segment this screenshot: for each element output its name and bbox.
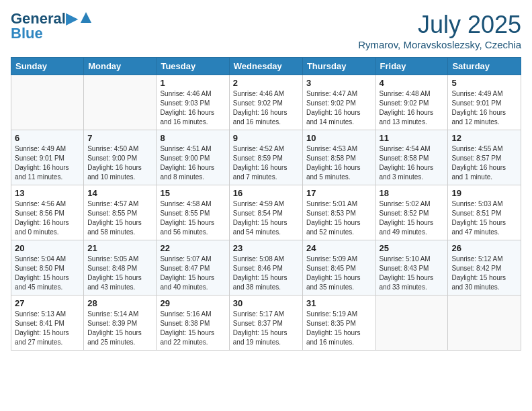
cell-content: Sunrise: 5:10 AM Sunset: 8:43 PM Dayligh… <box>380 255 445 292</box>
calendar-cell: 5Sunrise: 4:49 AM Sunset: 9:01 PM Daylig… <box>448 75 521 130</box>
day-number: 12 <box>451 133 517 143</box>
calendar-cell: 14Sunrise: 4:57 AM Sunset: 8:55 PM Dayli… <box>84 185 157 240</box>
day-number: 23 <box>233 243 299 253</box>
calendar-body: 1Sunrise: 4:46 AM Sunset: 9:03 PM Daylig… <box>11 75 521 351</box>
day-number: 4 <box>380 78 445 88</box>
calendar-cell: 30Sunrise: 5:17 AM Sunset: 8:37 PM Dayli… <box>229 295 302 351</box>
cell-content: Sunrise: 5:12 AM Sunset: 8:42 PM Dayligh… <box>451 255 517 292</box>
logo: General▶ Blue <box>11 11 93 42</box>
weekday-tuesday: Tuesday <box>157 58 229 75</box>
calendar-cell: 25Sunrise: 5:10 AM Sunset: 8:43 PM Dayli… <box>375 240 448 295</box>
calendar-cell: 13Sunrise: 4:56 AM Sunset: 8:56 PM Dayli… <box>11 185 84 240</box>
logo-subtext: Blue <box>11 26 93 42</box>
day-number: 29 <box>160 298 225 308</box>
day-number: 1 <box>160 78 225 88</box>
day-number: 10 <box>306 133 372 143</box>
calendar-cell: 11Sunrise: 4:54 AM Sunset: 8:58 PM Dayli… <box>375 130 448 185</box>
calendar-cell: 21Sunrise: 5:05 AM Sunset: 8:48 PM Dayli… <box>84 240 157 295</box>
cell-content: Sunrise: 4:58 AM Sunset: 8:55 PM Dayligh… <box>160 199 225 237</box>
cell-content: Sunrise: 4:46 AM Sunset: 9:03 PM Dayligh… <box>160 89 225 127</box>
day-number: 17 <box>306 188 372 198</box>
calendar-cell: 28Sunrise: 5:14 AM Sunset: 8:39 PM Dayli… <box>84 295 157 351</box>
location-title: Rymarov, Moravskoslezsky, Czechia <box>358 39 521 50</box>
svg-marker-0 <box>81 12 91 23</box>
cell-content: Sunrise: 4:50 AM Sunset: 9:00 PM Dayligh… <box>87 144 152 182</box>
weekday-wednesday: Wednesday <box>229 58 302 75</box>
cell-content: Sunrise: 5:03 AM Sunset: 8:51 PM Dayligh… <box>451 199 517 237</box>
weekday-friday: Friday <box>375 58 448 75</box>
calendar-cell: 9Sunrise: 4:52 AM Sunset: 8:59 PM Daylig… <box>229 130 302 185</box>
calendar-week-2: 6Sunrise: 4:49 AM Sunset: 9:01 PM Daylig… <box>11 130 521 185</box>
cell-content: Sunrise: 4:46 AM Sunset: 9:02 PM Dayligh… <box>233 89 299 127</box>
cell-content: Sunrise: 5:07 AM Sunset: 8:47 PM Dayligh… <box>160 255 225 292</box>
day-number: 2 <box>233 78 299 88</box>
cell-content: Sunrise: 4:47 AM Sunset: 9:02 PM Dayligh… <box>306 89 372 127</box>
month-title: July 2025 <box>358 11 521 39</box>
day-number: 11 <box>380 133 445 143</box>
day-number: 25 <box>380 243 445 253</box>
weekday-header-row: SundayMondayTuesdayWednesdayThursdayFrid… <box>11 58 521 75</box>
day-number: 13 <box>15 188 80 198</box>
cell-content: Sunrise: 4:48 AM Sunset: 9:02 PM Dayligh… <box>380 89 445 127</box>
calendar-cell: 4Sunrise: 4:48 AM Sunset: 9:02 PM Daylig… <box>375 75 448 130</box>
day-number: 14 <box>87 188 152 198</box>
weekday-thursday: Thursday <box>302 58 375 75</box>
cell-content: Sunrise: 4:53 AM Sunset: 8:58 PM Dayligh… <box>306 144 372 182</box>
cell-content: Sunrise: 5:13 AM Sunset: 8:41 PM Dayligh… <box>15 310 80 347</box>
cell-content: Sunrise: 4:49 AM Sunset: 9:01 PM Dayligh… <box>451 89 517 127</box>
cell-content: Sunrise: 5:14 AM Sunset: 8:39 PM Dayligh… <box>87 310 152 347</box>
calendar-cell: 16Sunrise: 4:59 AM Sunset: 8:54 PM Dayli… <box>229 185 302 240</box>
day-number: 26 <box>451 243 517 253</box>
logo-icon <box>79 10 93 25</box>
calendar-cell: 7Sunrise: 4:50 AM Sunset: 9:00 PM Daylig… <box>84 130 157 185</box>
cell-content: Sunrise: 5:08 AM Sunset: 8:46 PM Dayligh… <box>233 255 299 292</box>
page-header: General▶ Blue July 2025 Rymarov, Moravsk… <box>11 11 521 50</box>
day-number: 5 <box>451 78 517 88</box>
calendar-table: SundayMondayTuesdayWednesdayThursdayFrid… <box>11 57 521 351</box>
cell-content: Sunrise: 4:57 AM Sunset: 8:55 PM Dayligh… <box>87 199 152 237</box>
calendar-cell: 2Sunrise: 4:46 AM Sunset: 9:02 PM Daylig… <box>229 75 302 130</box>
calendar-week-4: 20Sunrise: 5:04 AM Sunset: 8:50 PM Dayli… <box>11 240 521 295</box>
cell-content: Sunrise: 5:02 AM Sunset: 8:52 PM Dayligh… <box>380 199 445 237</box>
calendar-cell: 22Sunrise: 5:07 AM Sunset: 8:47 PM Dayli… <box>157 240 229 295</box>
day-number: 7 <box>87 133 152 143</box>
calendar-cell: 23Sunrise: 5:08 AM Sunset: 8:46 PM Dayli… <box>229 240 302 295</box>
cell-content: Sunrise: 5:04 AM Sunset: 8:50 PM Dayligh… <box>15 255 80 292</box>
day-number: 22 <box>160 243 225 253</box>
day-number: 19 <box>451 188 517 198</box>
calendar-cell: 6Sunrise: 4:49 AM Sunset: 9:01 PM Daylig… <box>11 130 84 185</box>
calendar-cell <box>11 75 84 130</box>
cell-content: Sunrise: 5:01 AM Sunset: 8:53 PM Dayligh… <box>306 199 372 237</box>
cell-content: Sunrise: 5:19 AM Sunset: 8:35 PM Dayligh… <box>306 310 372 347</box>
calendar-cell: 10Sunrise: 4:53 AM Sunset: 8:58 PM Dayli… <box>302 130 375 185</box>
calendar-cell: 29Sunrise: 5:16 AM Sunset: 8:38 PM Dayli… <box>157 295 229 351</box>
day-number: 15 <box>160 188 225 198</box>
cell-content: Sunrise: 5:17 AM Sunset: 8:37 PM Dayligh… <box>233 310 299 347</box>
calendar-cell <box>448 295 521 351</box>
title-block: July 2025 Rymarov, Moravskoslezsky, Czec… <box>358 11 521 50</box>
day-number: 28 <box>87 298 152 308</box>
day-number: 21 <box>87 243 152 253</box>
calendar-cell: 26Sunrise: 5:12 AM Sunset: 8:42 PM Dayli… <box>448 240 521 295</box>
cell-content: Sunrise: 4:51 AM Sunset: 9:00 PM Dayligh… <box>160 144 225 182</box>
day-number: 3 <box>306 78 372 88</box>
calendar-cell: 8Sunrise: 4:51 AM Sunset: 9:00 PM Daylig… <box>157 130 229 185</box>
calendar-cell: 27Sunrise: 5:13 AM Sunset: 8:41 PM Dayli… <box>11 295 84 351</box>
day-number: 31 <box>306 298 372 308</box>
weekday-monday: Monday <box>84 58 157 75</box>
calendar-cell: 20Sunrise: 5:04 AM Sunset: 8:50 PM Dayli… <box>11 240 84 295</box>
calendar-cell: 12Sunrise: 4:55 AM Sunset: 8:57 PM Dayli… <box>448 130 521 185</box>
day-number: 9 <box>233 133 299 143</box>
weekday-sunday: Sunday <box>11 58 84 75</box>
cell-content: Sunrise: 4:54 AM Sunset: 8:58 PM Dayligh… <box>380 144 445 182</box>
day-number: 24 <box>306 243 372 253</box>
cell-content: Sunrise: 5:16 AM Sunset: 8:38 PM Dayligh… <box>160 310 225 347</box>
calendar-cell: 31Sunrise: 5:19 AM Sunset: 8:35 PM Dayli… <box>302 295 375 351</box>
cell-content: Sunrise: 4:55 AM Sunset: 8:57 PM Dayligh… <box>451 144 517 182</box>
calendar-cell: 15Sunrise: 4:58 AM Sunset: 8:55 PM Dayli… <box>157 185 229 240</box>
day-number: 18 <box>380 188 445 198</box>
cell-content: Sunrise: 5:05 AM Sunset: 8:48 PM Dayligh… <box>87 255 152 292</box>
calendar-week-3: 13Sunrise: 4:56 AM Sunset: 8:56 PM Dayli… <box>11 185 521 240</box>
calendar-cell: 18Sunrise: 5:02 AM Sunset: 8:52 PM Dayli… <box>375 185 448 240</box>
weekday-saturday: Saturday <box>448 58 521 75</box>
